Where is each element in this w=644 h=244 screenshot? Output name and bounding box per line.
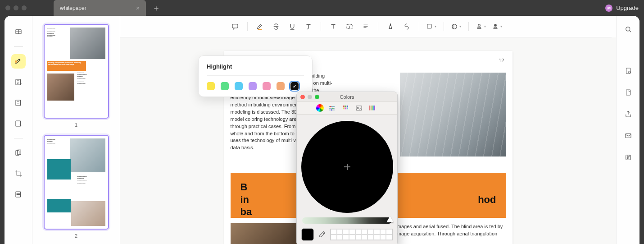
paragraph-icon[interactable] bbox=[358, 20, 373, 33]
underline-icon[interactable] bbox=[285, 20, 300, 33]
swatch-cell[interactable] bbox=[374, 229, 380, 235]
separator bbox=[14, 138, 23, 138]
eyedropper-icon[interactable] bbox=[317, 230, 327, 239]
swatch-cell[interactable] bbox=[367, 229, 374, 235]
color-wheel[interactable] bbox=[301, 121, 393, 213]
highlight-swatch-orange[interactable] bbox=[277, 82, 285, 90]
text-box-icon[interactable] bbox=[342, 20, 357, 33]
swatch-cell[interactable] bbox=[374, 235, 380, 240]
svg-point-10 bbox=[390, 25, 391, 26]
svg-rect-7 bbox=[17, 194, 19, 195]
document-info-icon[interactable] bbox=[622, 64, 635, 77]
svg-rect-18 bbox=[626, 90, 630, 95]
edit-text-icon[interactable] bbox=[11, 75, 26, 89]
svg-rect-38 bbox=[374, 106, 375, 110]
notes-icon[interactable] bbox=[11, 116, 26, 131]
swatch-cell[interactable] bbox=[343, 235, 349, 240]
swatch-cell[interactable] bbox=[343, 229, 349, 235]
text-icon[interactable] bbox=[326, 20, 341, 33]
close-tab-button[interactable]: × bbox=[136, 5, 140, 12]
avatar[interactable]: M bbox=[605, 5, 612, 12]
file-icon[interactable] bbox=[622, 86, 635, 99]
swatch-cell[interactable] bbox=[349, 235, 355, 240]
highlight-swatches bbox=[207, 82, 304, 90]
thumbnail-sidebar[interactable]: ▬▬▬▬▬▬▬▬▬▬▬▬▬▬▬▬▬▬▬▬▬▬▬▬▬▬▬▬▬▬▬ Building… bbox=[32, 16, 120, 244]
swatch-cell[interactable] bbox=[355, 235, 362, 240]
separator bbox=[247, 22, 248, 31]
signature-icon[interactable]: ▼ bbox=[490, 20, 505, 33]
wheel-tab-icon[interactable] bbox=[316, 104, 324, 112]
highlighter-icon[interactable] bbox=[11, 54, 26, 69]
sliders-tab-icon[interactable] bbox=[327, 104, 337, 113]
minimize-window-button[interactable] bbox=[14, 5, 18, 10]
current-color-swatch[interactable] bbox=[301, 228, 314, 241]
mail-icon[interactable] bbox=[622, 129, 635, 142]
svg-point-33 bbox=[358, 107, 358, 108]
redact-icon[interactable] bbox=[11, 187, 26, 202]
page-thumbnail-1[interactable]: ▬▬▬▬▬▬▬▬▬▬▬▬▬▬▬▬▬▬▬▬▬▬▬▬▬▬▬▬▬▬▬ Building… bbox=[39, 24, 113, 128]
highlight-swatch-custom[interactable] bbox=[290, 82, 299, 90]
color-wheel-crosshair[interactable] bbox=[344, 164, 350, 170]
svg-rect-26 bbox=[343, 106, 345, 107]
svg-rect-30 bbox=[345, 107, 347, 109]
highlight-swatch-yellow[interactable] bbox=[207, 82, 215, 90]
colors-panel[interactable]: Colors bbox=[296, 92, 398, 244]
fill-sign-icon[interactable] bbox=[11, 96, 26, 110]
highlight-swatch-purple[interactable] bbox=[249, 82, 257, 90]
highlight-swatch-green[interactable] bbox=[221, 82, 229, 90]
thumbnail-label: 1 bbox=[39, 122, 113, 128]
circle-icon[interactable]: ▼ bbox=[449, 20, 464, 33]
separator bbox=[14, 46, 23, 47]
organize-icon[interactable] bbox=[11, 146, 26, 160]
pencils-tab-icon[interactable] bbox=[367, 104, 378, 113]
close-window-button[interactable] bbox=[5, 5, 10, 10]
search-icon[interactable] bbox=[622, 23, 635, 36]
strikethrough-icon[interactable] bbox=[268, 20, 284, 33]
swatch-cell[interactable] bbox=[361, 229, 367, 235]
swatch-cell[interactable] bbox=[367, 235, 374, 240]
swatch-cell[interactable] bbox=[337, 235, 343, 240]
swatch-cell[interactable] bbox=[349, 229, 355, 235]
swatch-cell[interactable] bbox=[331, 235, 337, 240]
highlight-icon[interactable] bbox=[252, 20, 268, 33]
image-tab-icon[interactable] bbox=[354, 104, 364, 113]
separator bbox=[444, 22, 444, 31]
link-icon[interactable] bbox=[399, 20, 414, 33]
brightness-slider[interactable] bbox=[302, 217, 392, 224]
crop-icon[interactable] bbox=[11, 166, 26, 181]
upgrade-button[interactable]: Upgrade bbox=[616, 5, 639, 11]
svg-point-14 bbox=[494, 24, 496, 26]
share-icon[interactable] bbox=[622, 108, 635, 120]
swatch-cell[interactable] bbox=[386, 235, 392, 240]
svg-rect-29 bbox=[343, 107, 345, 109]
shape-icon[interactable]: ▼ bbox=[424, 20, 439, 33]
comment-icon[interactable] bbox=[227, 20, 243, 33]
colors-panel-titlebar[interactable]: Colors bbox=[297, 92, 397, 102]
swatch-cell[interactable] bbox=[331, 229, 337, 235]
swatch-cell[interactable] bbox=[361, 235, 367, 240]
swatch-cell[interactable] bbox=[337, 229, 343, 235]
stamp-icon[interactable]: ▼ bbox=[473, 20, 489, 33]
palettes-tab-icon[interactable] bbox=[340, 104, 351, 113]
tab-title: whitepaper bbox=[60, 5, 86, 11]
bookmark-icon[interactable] bbox=[383, 20, 398, 33]
swatch-cell[interactable] bbox=[355, 229, 362, 235]
text-style-icon[interactable] bbox=[301, 20, 316, 33]
svg-point-22 bbox=[627, 157, 629, 159]
document-tab[interactable]: whitepaper × bbox=[54, 0, 146, 16]
swatch-cell[interactable] bbox=[386, 229, 392, 235]
page-thumbnail-2[interactable]: ▬▬▬▬▬▬▬▬▬▬▬▬▬▬▬▬ ▬▬▬▬▬▬▬▬▬▬▬▬▬▬▬▬▬▬▬▬▬▬▬… bbox=[39, 135, 113, 239]
save-icon[interactable] bbox=[622, 151, 635, 164]
separator bbox=[468, 22, 469, 31]
swatch-cell[interactable] bbox=[380, 235, 386, 240]
new-tab-button[interactable]: ＋ bbox=[152, 4, 160, 12]
maximize-window-button[interactable] bbox=[22, 5, 27, 10]
highlight-swatch-blue[interactable] bbox=[235, 82, 243, 90]
annotate-icon[interactable] bbox=[11, 25, 26, 39]
slider-thumb[interactable] bbox=[386, 216, 394, 222]
separator bbox=[321, 22, 321, 31]
highlight-swatch-pink[interactable] bbox=[263, 82, 271, 90]
swatch-cell[interactable] bbox=[380, 229, 386, 235]
thumbnail-image: ▬▬▬▬▬▬▬▬▬▬▬▬▬▬▬▬ ▬▬▬▬▬▬▬▬▬▬▬▬▬▬▬▬▬▬▬▬▬▬▬… bbox=[44, 135, 109, 230]
svg-rect-28 bbox=[347, 106, 348, 107]
